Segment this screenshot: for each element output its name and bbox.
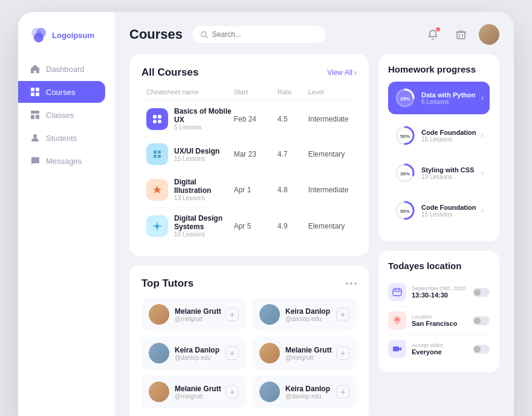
toggle-knob [474,346,481,353]
dot [354,282,357,285]
tutors-title: Top Tutors [141,278,193,290]
view-all-link[interactable]: View All › [327,68,357,77]
svg-text:30%: 30% [400,171,410,177]
pin-icon [392,316,402,325]
sidebar-item-messages[interactable]: Messages [18,150,105,172]
sidebar-item-students[interactable]: Students [18,127,105,149]
arrow-icon: › [481,169,484,177]
svg-rect-13 [457,32,465,39]
layout-icon [30,110,40,120]
page-title: Courses [129,27,183,42]
add-tutor-button[interactable]: + [225,385,239,398]
app-shell: Logoipsum Dashboard Courses [18,12,514,416]
homework-item[interactable]: 50% Code Foundation 15 Lessons › [388,119,490,152]
trash-icon [456,30,466,40]
avatar [259,382,280,402]
arrow-icon: › [481,131,484,140]
message-icon [30,156,40,166]
tutor-card[interactable]: Melanie Grutt @melgrutt + [141,298,246,331]
avatar [259,343,280,363]
svg-line-12 [206,36,207,37]
svg-rect-7 [31,111,39,114]
svg-text:25%: 25% [400,96,410,102]
svg-rect-8 [31,115,34,119]
course-icon-design [146,215,168,237]
add-tutor-button[interactable]: + [336,308,349,321]
svg-rect-36 [393,289,401,296]
table-row[interactable]: Basics of Mobile UX 5 Lessons Feb 24 4.5… [141,101,357,137]
svg-rect-5 [31,93,34,96]
table-row[interactable]: Digital Design Systems 10 Lessons Apr 5 … [141,208,357,244]
svg-rect-20 [158,115,161,119]
add-tutor-button[interactable]: + [225,346,239,360]
main-content: Courses [115,12,514,416]
add-tutor-button[interactable]: + [336,346,349,360]
progress-circle-25: 25% [394,87,416,109]
toggle-time[interactable] [473,288,490,297]
svg-rect-19 [153,115,157,119]
course-icon-illus [146,179,168,201]
arrow-icon: › [481,206,484,215]
sidebar-item-dashboard[interactable]: Dashboard [18,58,105,80]
tutor-card[interactable]: Melanie Grutt @melgrutt + [141,375,246,408]
header: Courses [115,12,514,54]
course-icon-ux [146,108,168,130]
progress-circle-30: 30% [394,162,416,184]
homework-item[interactable]: 30% Styling with CSS 13 Lessons › [388,157,490,189]
tutor-card[interactable]: Keira Danlop @danlop.edu + [141,337,246,369]
add-tutor-button[interactable]: + [336,385,349,398]
avatar[interactable] [479,24,499,45]
location-item-place: Location San Francisco [388,307,490,335]
dot [350,282,352,285]
table-row[interactable]: UX/UI Design 15 Lessons Mar 23 4.7 Eleme… [141,137,357,172]
header-actions [423,24,499,45]
sidebar-item-courses[interactable]: Courses [18,81,105,103]
table-row[interactable]: Digital Illustration 13 Lessons Apr 1 4.… [141,172,357,208]
svg-text:50%: 50% [400,209,410,214]
svg-rect-9 [36,115,39,119]
toggle-location[interactable] [473,316,490,325]
calendar-icon-wrap [388,283,406,301]
arrow-icon: › [481,94,484,102]
sidebar-item-classes[interactable]: Classes [18,104,105,126]
location-title: Todayes location [388,261,490,271]
grid-icon [30,87,40,97]
nav-items: Dashboard Courses Classes [18,58,115,172]
toggle-knob [474,289,481,296]
all-courses-card: All Courses View All › Cheatsheet name S… [129,54,369,256]
center-panel: All Courses View All › Cheatsheet name S… [129,54,378,416]
location-card: Todayes location September 29th, 2020 [378,251,499,372]
search-input[interactable] [212,30,317,39]
courses-table: Cheatsheet name Start Rate Level [141,88,357,244]
location-item-time: September 29th, 2020 13:30-14:30 [388,278,490,307]
svg-rect-41 [393,346,399,351]
svg-point-23 [155,224,159,228]
toggle-video[interactable] [473,345,490,354]
home-icon [30,64,40,74]
tutor-card[interactable]: Melanie Grutt @melgrutt + [252,337,357,369]
notification-dot [436,27,440,31]
add-tutor-button[interactable]: + [225,308,239,321]
search-icon [201,31,208,39]
avatar [259,304,280,325]
tutor-card[interactable]: Keira Danlop @danlop.edu + [252,298,357,331]
location-item-video: Accept video Everyone [388,335,490,363]
top-tutors-card: Top Tutors Melanie Grutt [129,265,369,416]
calendar-icon [392,287,402,297]
homework-item[interactable]: 50% Code Foundation 15 Lessons › [388,194,490,227]
dots-menu[interactable] [346,282,357,285]
progress-circle-50b: 50% [394,200,416,221]
svg-rect-4 [36,88,39,91]
homework-item[interactable]: 25% Data with Python 5 Lessons › [388,82,490,114]
user-icon [30,133,40,143]
video-icon [392,344,402,354]
progress-circle-50: 50% [394,125,416,146]
trash-button[interactable] [451,25,470,44]
notifications-button[interactable] [423,25,443,44]
svg-point-22 [158,120,161,123]
logo-text: Logoipsum [52,31,94,40]
svg-point-21 [153,120,157,123]
body-layout: All Courses View All › Cheatsheet name S… [115,54,514,416]
courses-header: All Courses View All › [141,67,357,79]
tutor-card[interactable]: Keira Danlop @danlop.edu + [252,375,357,408]
